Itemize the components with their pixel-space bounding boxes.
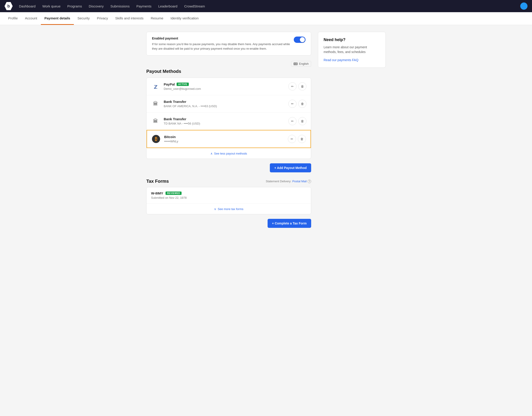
tab-account[interactable]: Account [21,12,41,25]
complete-tax-form-button[interactable]: + Complete a Tax Form [267,219,311,228]
nav-crowdstream[interactable]: CrowdStream [182,3,208,9]
enabled-payment-text: Enabled payment If for some reason you'd… [152,37,290,51]
tax-form-date: Submitted on Nov 22, 1978 [151,196,306,199]
bank1-icon: 🏛 [153,101,158,107]
bitcoin-icon: ₿ [152,135,160,143]
enabled-payment-description: If for some reason you'd like to pause p… [152,42,290,51]
nav-leaderboard[interactable]: Leaderboard [156,3,180,9]
paypal-name-row: PayPal ACTIVE [164,82,285,86]
bank1-delete-button[interactable]: 🗑 [298,100,306,108]
payout-row-bank1: 🏛 Bank Transfer BANK OF AMERICA, N.A. - … [147,95,311,113]
see-more-tax-forms-link[interactable]: ∨ See more tax forms [214,207,243,211]
bank2-icon: 🏛 [153,118,158,124]
language-icon: A文 [294,63,298,65]
paypal-detail: Demo_user@bugcrowd.com [164,87,285,90]
see-less-row: ∧ See less payout methods [147,148,311,159]
logo-text: b [8,4,10,9]
nav-discovery[interactable]: Discovery [86,3,106,9]
bank1-detail: BANK OF AMERICA, N.A. - ••••63 (USD) [164,104,285,108]
left-panel: Enabled payment If for some reason you'd… [146,32,311,228]
payout-row-paypal: 𝕫 PayPal ACTIVE Demo_user@bugcrowd.com ✏… [147,78,311,95]
edit-icon: ✏ [291,137,293,141]
toggle-thumb [300,37,305,42]
user-avatar[interactable] [520,2,527,10]
main-content: Enabled payment If for some reason you'd… [142,25,390,235]
nav-payments[interactable]: Payments [134,3,154,9]
help-icon[interactable]: ? [307,180,311,183]
bank1-actions: ✏ 🗑 [288,100,306,108]
bank2-name-row: Bank Transfer [164,117,285,121]
bank1-name: Bank Transfer [164,100,186,104]
help-title: Need help? [324,38,380,42]
bitcoin-name: Bitcoin [164,135,176,139]
statement-delivery-label: Statement Delivery: [266,180,291,183]
see-more-row: ∨ See more tax forms [147,204,311,214]
tab-privacy[interactable]: Privacy [93,12,112,25]
bank1-icon-container: 🏛 [151,99,160,108]
bitcoin-icon-container: ₿ [151,134,160,143]
see-more-label: See more tax forms [218,207,243,211]
bank1-name-row: Bank Transfer [164,100,285,104]
bitcoin-delete-button[interactable]: 🗑 [298,135,306,143]
nav-submissions[interactable]: Submissions [108,3,132,9]
bitcoin-name-row: Bitcoin [164,135,284,139]
tax-name-row: W-8IMY REVIEWED [151,191,306,195]
payout-row-bitcoin: ₿ Bitcoin ••••••WNLy ✏ 🗑 [147,130,310,148]
bitcoin-edit-button[interactable]: ✏ [288,135,296,143]
faq-link[interactable]: Read our payments FAQ [324,58,358,62]
add-payout-method-button[interactable]: + Add Payout Method [270,163,311,172]
bank1-edit-button[interactable]: ✏ [288,100,296,108]
tab-skills[interactable]: Skills and interests [112,12,147,25]
bank2-info: Bank Transfer TD BANK NA - ••••56 (USD) [164,117,285,125]
nav-dashboard[interactable]: Dashboard [16,3,38,9]
tax-forms-header: Tax Forms Statement Delivery: Postal Mai… [146,179,311,184]
edit-icon: ✏ [291,102,294,105]
enabled-payment-section: Enabled payment If for some reason you'd… [146,32,311,56]
edit-icon: ✏ [291,85,294,88]
bitcoin-info: Bitcoin ••••••WNLy [164,135,284,143]
paypal-info: PayPal ACTIVE Demo_user@bugcrowd.com [164,82,285,90]
paypal-icon: 𝕫 [154,83,158,90]
bank2-icon-container: 🏛 [151,117,160,126]
bank2-delete-button[interactable]: 🗑 [298,117,306,125]
bitcoin-highlight-wrapper: ₿ Bitcoin ••••••WNLy ✏ 🗑 [147,130,311,148]
tax-form-name: W-8IMY [151,191,163,195]
paypal-icon-container: 𝕫 [151,82,160,91]
bank1-info: Bank Transfer BANK OF AMERICA, N.A. - ••… [164,100,285,108]
payout-row-bank2: 🏛 Bank Transfer TD BANK NA - ••••56 (USD… [147,113,311,130]
chevron-up-icon: ∧ [210,152,213,155]
bitcoin-actions: ✏ 🗑 [288,135,306,143]
tab-identity[interactable]: Identity verification [167,12,202,25]
tax-form-badge: REVIEWED [166,191,182,195]
tab-profile[interactable]: Profile [5,12,21,25]
paypal-edit-button[interactable]: ✏ [288,82,296,90]
bitcoin-detail: ••••••WNLy [164,140,284,143]
language-row: A文 English [146,61,311,66]
top-navigation: b Dashboard Work queue Programs Discover… [0,0,532,12]
nav-workqueue[interactable]: Work queue [39,3,63,9]
payment-toggle[interactable] [294,37,305,43]
trash-icon: 🗑 [301,102,304,105]
bank2-name: Bank Transfer [164,117,186,121]
bank2-actions: ✏ 🗑 [288,117,306,125]
bank2-detail: TD BANK NA - ••••56 (USD) [164,122,285,125]
tax-row-w8imy: W-8IMY REVIEWED Submitted on Nov 22, 197… [147,187,311,204]
statement-delivery: Statement Delivery: Postal Mail ? [266,180,311,183]
trash-icon: 🗑 [301,85,304,88]
trash-icon: 🗑 [300,137,304,141]
language-selector[interactable]: A文 English [291,61,311,66]
help-panel: Need help? Learn more about our payment … [318,32,386,68]
tab-security[interactable]: Security [74,12,93,25]
help-description: Learn more about our payment methods, fe… [324,45,380,54]
edit-icon: ✏ [291,119,294,123]
paypal-delete-button[interactable]: 🗑 [298,82,306,90]
tab-payment-details[interactable]: Payment details [41,12,74,25]
nav-programs[interactable]: Programs [65,3,85,9]
tab-resume[interactable]: Resume [147,12,167,25]
bank2-edit-button[interactable]: ✏ [288,117,296,125]
payout-methods-title: Payout Methods [146,69,311,74]
language-label: English [299,62,309,66]
paypal-badge: ACTIVE [177,83,189,86]
see-less-link[interactable]: ∧ See less payout methods [210,152,247,155]
logo[interactable]: b [5,2,13,10]
